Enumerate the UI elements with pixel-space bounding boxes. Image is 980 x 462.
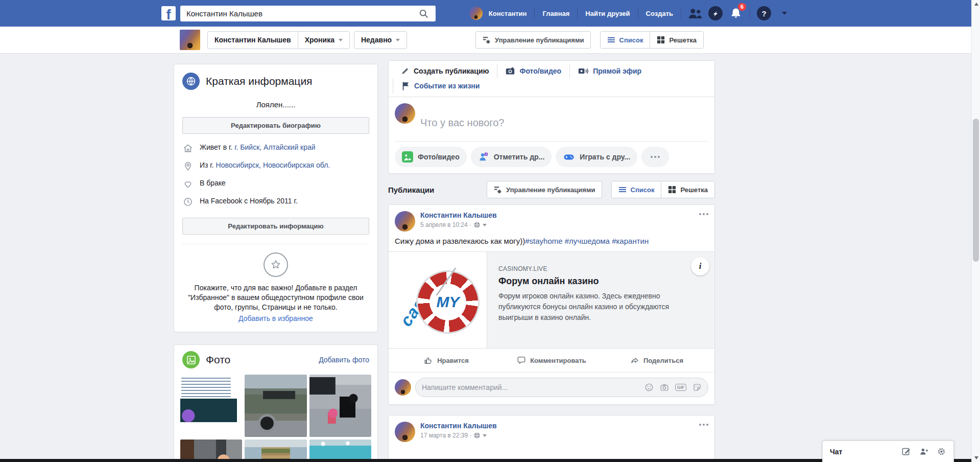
photo-casino-promo-screenshot[interactable] — [180, 375, 242, 437]
nav-create-link[interactable]: Создать — [644, 10, 675, 17]
notification-badge: 6 — [738, 3, 746, 11]
photo-suv-car[interactable] — [245, 375, 306, 437]
star-icon — [264, 252, 288, 277]
view-list-button[interactable]: Список — [601, 32, 650, 48]
more-composer-options-button[interactable] — [641, 147, 669, 167]
photos-icon — [182, 351, 200, 368]
comment-input[interactable] — [422, 383, 644, 391]
nav-divider — [577, 8, 578, 19]
edit-info-button[interactable]: Редактировать информацию — [182, 218, 369, 235]
notifications-button[interactable]: 6 — [727, 6, 745, 21]
link-description: Форум игроков онлайн казино. Здесь ежедн… — [498, 291, 703, 323]
photos-card: Фото Добавить фото — [174, 344, 378, 462]
comment-avatar[interactable] — [395, 379, 411, 396]
post-hashtags[interactable]: #stayhome #лучшедома #карантин — [525, 237, 649, 245]
status-input[interactable] — [420, 103, 708, 139]
new-message-icon[interactable] — [901, 447, 911, 456]
feed-column: Создать публикацию Фото/видео Прямой эфи… — [388, 60, 715, 462]
intro-card: Краткая информация Лоялен...... Редактир… — [174, 64, 378, 332]
nav-home-link[interactable]: Главная — [540, 10, 571, 17]
gif-icon[interactable]: GIF — [675, 384, 686, 391]
composer-avatar[interactable] — [395, 103, 415, 124]
heart-icon — [182, 179, 194, 189]
share-arrow-icon — [630, 356, 639, 365]
nav-profile-link[interactable]: Константин — [487, 10, 529, 17]
add-featured-link[interactable]: Добавить в избранное — [182, 314, 369, 322]
location-link[interactable]: г. Бийск, Алтайский край — [234, 143, 315, 151]
sticker-icon[interactable] — [692, 383, 702, 392]
link-info-button[interactable]: i — [691, 257, 709, 275]
sort-dropdown[interactable]: Недавно — [354, 32, 407, 49]
post-menu-button[interactable] — [699, 422, 708, 442]
add-photos-link[interactable]: Добавить фото — [319, 356, 369, 364]
chevron-down-icon[interactable] — [483, 224, 487, 226]
friend-requests-button[interactable] — [686, 6, 704, 21]
list-icon — [607, 36, 615, 44]
photo-man-with-child[interactable] — [309, 375, 371, 437]
chevron-down-icon — [339, 39, 343, 41]
page-scrollbar[interactable] — [971, 0, 980, 462]
post-menu-button[interactable] — [699, 211, 708, 232]
post-author-link[interactable]: Константин Калышев — [420, 211, 497, 219]
manage-posts-button[interactable]: Управление публикациями — [487, 181, 602, 198]
profile-thumbnail[interactable] — [180, 30, 200, 50]
bio-text: Лоялен...... — [182, 95, 369, 117]
messenger-button[interactable] — [707, 6, 724, 21]
share-button[interactable]: Поделиться — [604, 351, 709, 369]
account-menu-button[interactable] — [776, 6, 793, 21]
tag-friends-button[interactable]: Отметить др... — [471, 147, 552, 167]
comment-button[interactable]: Комментировать — [499, 351, 604, 369]
chevron-down-icon[interactable] — [483, 434, 487, 437]
tab-life-event[interactable]: Событие из жизни — [393, 78, 488, 94]
view-list-button[interactable]: Список — [612, 181, 661, 198]
tab-photo-video[interactable]: Фото/видео — [497, 64, 569, 78]
tab-create-post[interactable]: Создать публикацию — [393, 64, 497, 78]
view-grid-button[interactable]: Решетка — [650, 32, 703, 48]
profile-name-button[interactable]: Константин Калышев — [208, 32, 298, 49]
emoji-icon[interactable] — [644, 383, 654, 392]
like-button[interactable]: Нравится — [394, 351, 499, 369]
post-timestamp[interactable]: 17 марта в 22:39 · — [420, 432, 471, 439]
post-author-avatar[interactable] — [395, 211, 415, 232]
photo-video-button[interactable]: Фото/видео — [395, 147, 467, 167]
facebook-logo[interactable]: f — [161, 6, 176, 20]
chat-settings-gear-icon[interactable] — [937, 447, 946, 456]
composer-tabs: Создать публикацию Фото/видео Прямой эфи… — [389, 61, 714, 97]
post-timestamp[interactable]: 5 апреля в 10:24 · — [420, 221, 471, 228]
comment-bubble-icon — [517, 356, 526, 365]
posts-title: Публикации — [388, 186, 434, 194]
globe-icon — [182, 73, 200, 90]
top-nav: f Константин Главная Найти друзей Создат… — [0, 0, 971, 27]
post-author-avatar[interactable] — [395, 422, 415, 442]
post-author-link[interactable]: Константин Калышев — [420, 422, 497, 430]
help-button[interactable]: ? — [755, 6, 773, 21]
link-domain: CASINOMY.LIVE — [498, 265, 703, 272]
link-preview[interactable]: casino MY CASINOMY.LIVE Форум онлайн каз… — [389, 251, 714, 349]
scroll-down-arrow[interactable] — [972, 454, 980, 462]
comment-composer: GIF — [389, 373, 714, 404]
thumbs-up-icon — [424, 356, 433, 365]
manage-posts-button[interactable]: Управление публикациями — [475, 31, 590, 49]
search-button[interactable] — [411, 6, 436, 21]
flag-icon — [401, 81, 410, 90]
scrollbar-thumb[interactable] — [973, 119, 979, 262]
view-grid-button[interactable]: Решетка — [661, 181, 714, 198]
chat-bar[interactable]: Чат — [822, 441, 954, 462]
nav-find-friends-link[interactable]: Найти друзей — [583, 10, 632, 17]
play-with-friends-button[interactable]: Играть с дру... — [556, 147, 637, 167]
scroll-up-arrow[interactable] — [972, 0, 980, 8]
composer-actions: Фото/видео Отметить др... Играть с дру..… — [395, 141, 708, 173]
link-title: Форум онлайн казино — [498, 276, 703, 287]
search-input[interactable] — [180, 9, 411, 18]
edit-bio-button[interactable]: Редактировать биографию — [182, 117, 369, 134]
add-contact-icon[interactable] — [919, 447, 929, 456]
tab-live-video[interactable]: Прямой эфир — [569, 64, 650, 78]
search-bar — [180, 6, 436, 21]
attach-photo-icon[interactable] — [660, 383, 669, 392]
hometown-link[interactable]: Новосибирск, Новосибирская обл. — [216, 161, 330, 169]
pencil-icon — [401, 67, 409, 75]
nav-avatar[interactable] — [469, 7, 483, 20]
home-icon — [182, 143, 194, 153]
manage-posts-icon — [493, 186, 502, 194]
timeline-dropdown[interactable]: Хроника — [298, 32, 349, 49]
